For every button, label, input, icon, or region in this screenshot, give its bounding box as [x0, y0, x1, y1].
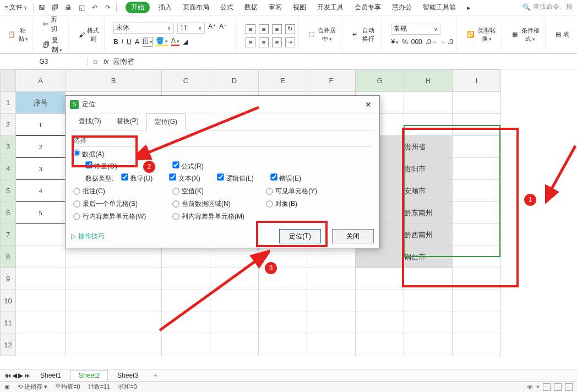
bold-button[interactable]: B: [113, 38, 118, 46]
cell-A2[interactable]: 1: [16, 114, 66, 136]
cell-H4[interactable]: 贵阳市: [404, 158, 453, 180]
radio-data[interactable]: 数据(A): [73, 149, 104, 159]
radio-object[interactable]: 对象(B): [266, 199, 365, 209]
orient-icon[interactable]: ↻: [285, 24, 295, 34]
radio-coldiff[interactable]: 列内容差异单元格(M): [172, 212, 266, 221]
radio-visible[interactable]: 可见单元格(Y): [266, 187, 365, 196]
cell-A4[interactable]: 3: [16, 158, 66, 180]
format-brush[interactable]: 🖌格式刷: [78, 26, 101, 43]
tab-replace[interactable]: 替换(P): [109, 113, 146, 130]
select-all-corner[interactable]: [1, 70, 16, 92]
clear-fmt-button[interactable]: ◢: [183, 38, 188, 46]
row-4[interactable]: 4: [1, 158, 16, 180]
font-color-button[interactable]: A: [171, 37, 179, 46]
chk-text[interactable]: 文本(X): [169, 173, 200, 183]
row-7[interactable]: 7: [1, 224, 16, 246]
align-bot-icon[interactable]: ≡: [272, 24, 282, 34]
font-name-select[interactable]: 宋体∨: [113, 23, 174, 34]
chk-error[interactable]: 错误(E): [270, 173, 301, 183]
sheet-nav-next[interactable]: ▶: [18, 372, 23, 379]
copy-button[interactable]: 🗐 复制: [42, 35, 64, 55]
sheet-nav-last[interactable]: ⏭: [24, 372, 31, 379]
cond-format[interactable]: ▦条件格式: [511, 26, 542, 43]
cell-A3[interactable]: 2: [16, 136, 66, 158]
comma-icon[interactable]: 000: [411, 38, 422, 46]
paste-button[interactable]: 📋粘贴: [7, 26, 29, 43]
indent-icon[interactable]: ⇥: [285, 37, 295, 47]
radio-region[interactable]: 当前数据区域(N): [172, 199, 266, 209]
goto-button[interactable]: 定位(T): [279, 229, 321, 243]
cell-H5[interactable]: 安顺市: [404, 180, 453, 202]
tab-find[interactable]: 查找(D): [71, 113, 109, 130]
tab-insert[interactable]: 插入: [156, 2, 174, 13]
row-1[interactable]: 1: [1, 92, 16, 114]
undo-icon[interactable]: ↶: [90, 3, 100, 13]
row-5[interactable]: 5: [1, 180, 16, 202]
eye-icon[interactable]: 👁: [527, 384, 533, 390]
tab-dev[interactable]: 开发工具: [315, 2, 346, 13]
sheet-nav-prev[interactable]: ◀: [12, 372, 17, 379]
currency-icon[interactable]: ¥: [391, 38, 399, 46]
row-6[interactable]: 6: [1, 202, 16, 224]
col-B[interactable]: B: [66, 70, 162, 92]
status-undo[interactable]: ⟲ 进销存 ▾: [18, 383, 47, 391]
align-top-icon[interactable]: ≡: [246, 24, 255, 34]
cancel-icon[interactable]: ⦻: [92, 58, 99, 66]
row-9[interactable]: 9: [1, 268, 16, 290]
chk-number[interactable]: 数字(U): [121, 173, 153, 183]
font-size-select[interactable]: 11∨: [177, 23, 205, 34]
radio-last[interactable]: 最后一个单元格(S): [73, 199, 172, 209]
chk-const[interactable]: 常量(O): [85, 161, 117, 171]
dec-decimal-icon[interactable]: ←.0: [441, 38, 453, 46]
tab-tool[interactable]: 智能工具箱: [421, 2, 458, 13]
add-sheet-button[interactable]: ＋: [148, 369, 163, 381]
print-icon[interactable]: 🖶: [63, 3, 73, 13]
close-button[interactable]: 关闭: [332, 229, 374, 243]
col-F[interactable]: F: [307, 70, 356, 92]
align-right-icon[interactable]: ≡: [272, 37, 282, 47]
border-button[interactable]: 田: [143, 37, 153, 47]
row-8[interactable]: 8: [1, 246, 16, 268]
tab-view[interactable]: 视图: [291, 2, 308, 13]
command-search[interactable]: 🔍 查找命令、搜: [522, 2, 573, 12]
save-icon[interactable]: 🖫: [37, 3, 47, 13]
radio-rowdiff[interactable]: 行内容差异单元格(W): [73, 212, 172, 221]
chk-logic[interactable]: 逻辑值(L): [217, 173, 254, 183]
tab-vip[interactable]: 会员专享: [352, 2, 383, 13]
row-12[interactable]: 12: [1, 334, 16, 356]
preview-icon[interactable]: ◱: [77, 3, 86, 13]
cell-H6[interactable]: 黔东南州: [404, 202, 453, 224]
radio-blank[interactable]: 空值(K): [172, 187, 266, 196]
cell-G8[interactable]: [356, 246, 404, 268]
view-page-icon[interactable]: [554, 383, 562, 391]
sheet-tab-3[interactable]: Sheet3: [109, 370, 146, 381]
italic-button[interactable]: I: [122, 38, 123, 46]
row-3[interactable]: 3: [1, 136, 16, 158]
inc-decimal-icon[interactable]: .0→: [426, 38, 438, 46]
cell-H8[interactable]: 铜仁市: [404, 246, 453, 268]
view-break-icon[interactable]: [565, 383, 573, 391]
sheet-tab-1[interactable]: Sheet1: [32, 370, 69, 381]
col-C[interactable]: C: [162, 70, 210, 92]
align-mid-icon[interactable]: ≡: [259, 24, 269, 34]
tab-hui[interactable]: 慧办公: [390, 2, 414, 13]
row-2[interactable]: 2: [1, 114, 16, 136]
sheet-nav-first[interactable]: ⏮: [4, 372, 11, 379]
strike-button[interactable]: A̶: [135, 38, 139, 46]
file-menu[interactable]: ≡ 文件 ∨: [2, 2, 30, 13]
cut-button[interactable]: ✄ 剪切: [42, 14, 64, 34]
wrap-button[interactable]: ↵自动换行: [351, 26, 378, 43]
sheet-tab-2[interactable]: Sheet2: [70, 370, 108, 381]
dec-font-icon[interactable]: A⁻: [219, 23, 227, 34]
col-G[interactable]: G: [356, 70, 404, 92]
type-convert[interactable]: 🔁类型转换: [466, 26, 498, 43]
redo-icon[interactable]: ↷: [103, 3, 113, 13]
saveas-icon[interactable]: 🗐: [50, 3, 60, 13]
view-normal-icon[interactable]: [543, 383, 551, 391]
col-E[interactable]: E: [259, 70, 307, 92]
tab-start[interactable]: 开始: [126, 2, 150, 13]
tab-review[interactable]: 审阅: [266, 2, 284, 13]
row-11[interactable]: 11: [1, 312, 16, 334]
col-D[interactable]: D: [210, 70, 259, 92]
name-box[interactable]: G3: [0, 58, 88, 66]
